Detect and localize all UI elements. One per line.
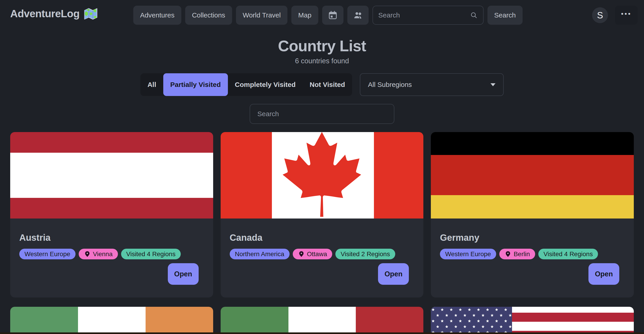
visit-filter-group: All Partially Visited Completely Visited… <box>140 73 352 96</box>
nav-adventures-button[interactable]: Adventures <box>133 6 182 25</box>
card-footer: Open <box>19 263 204 285</box>
country-card-ireland[interactable] <box>10 307 213 334</box>
badge-row: Northern America Ottawa Visited 2 Region… <box>230 249 414 259</box>
subregion-selected-value: All Subregions <box>368 81 412 89</box>
map-pin-icon <box>504 251 511 257</box>
country-name: Austria <box>19 233 204 243</box>
calendar-button[interactable] <box>322 6 343 25</box>
badge-row: Western Europe Berlin Visited 4 Regions <box>440 249 625 259</box>
folded-map-icon <box>83 7 98 21</box>
user-avatar[interactable]: S <box>592 7 608 23</box>
region-badge: Western Europe <box>19 249 76 259</box>
maple-leaf-icon <box>281 132 362 220</box>
badge-row: Western Europe Vienna Visited 4 Regions <box>19 249 204 259</box>
nav-search-field <box>372 6 484 25</box>
users-icon <box>353 10 363 20</box>
capital-name: Berlin <box>514 250 530 258</box>
country-grid: Austria Western Europe Vienna Visited 4 … <box>10 132 634 334</box>
overflow-menu-button[interactable]: ••• <box>615 6 638 25</box>
canada-flag <box>221 132 424 218</box>
italy-flag <box>221 307 424 334</box>
open-country-button[interactable]: Open <box>588 263 619 285</box>
capital-badge: Vienna <box>79 249 118 259</box>
nav-world-travel-button[interactable]: World Travel <box>236 6 288 25</box>
chevron-down-icon <box>490 83 496 86</box>
card-footer: Open <box>440 263 625 285</box>
nav-collections-button[interactable]: Collections <box>185 6 232 25</box>
list-search-row <box>0 104 644 124</box>
users-button[interactable] <box>347 6 368 25</box>
country-search-input[interactable] <box>250 104 394 124</box>
open-country-button[interactable]: Open <box>378 263 409 285</box>
calendar-icon <box>328 10 338 20</box>
top-nav: AdventureLog Adventures Collections Worl… <box>0 0 644 33</box>
search-submit-button[interactable]: Search <box>487 6 522 25</box>
page-title: Country List <box>0 37 644 55</box>
ireland-flag <box>10 307 213 334</box>
country-name: Canada <box>230 233 414 243</box>
map-pin-icon <box>84 251 91 257</box>
region-badge: Western Europe <box>440 249 496 259</box>
visited-regions-badge: Visited 2 Regions <box>336 249 395 259</box>
country-card-united-states[interactable] <box>431 307 634 334</box>
filter-controls: All Partially Visited Completely Visited… <box>0 73 644 96</box>
countries-found-count: 6 countries found <box>0 57 644 65</box>
overflow-dots-icon: ••• <box>621 10 632 18</box>
card-body: Austria Western Europe Vienna Visited 4 … <box>10 218 213 297</box>
capital-name: Ottawa <box>307 250 327 258</box>
country-card-germany[interactable]: Germany Western Europe Berlin Visited 4 … <box>431 132 634 297</box>
visited-regions-badge: Visited 4 Regions <box>538 249 598 259</box>
filter-all-button[interactable]: All <box>140 73 163 96</box>
country-list-page: Country List 6 countries found All Parti… <box>0 37 644 334</box>
filter-completely-visited-button[interactable]: Completely Visited <box>228 73 303 96</box>
card-footer: Open <box>230 263 414 285</box>
nav-map-button[interactable]: Map <box>292 6 318 25</box>
country-card-canada[interactable]: Canada Northern America Ottawa Visited 2… <box>221 132 424 297</box>
nav-search-input[interactable] <box>378 11 470 19</box>
usa-star-canton <box>431 307 512 334</box>
search-icon <box>470 11 478 19</box>
country-card-italy[interactable] <box>221 307 424 334</box>
subregion-select[interactable]: All Subregions <box>360 73 504 96</box>
country-name: Germany <box>440 233 625 243</box>
visited-regions-badge: Visited 4 Regions <box>121 249 181 259</box>
app-logo-text: AdventureLog <box>10 8 80 20</box>
filter-not-visited-button[interactable]: Not Visited <box>302 73 352 96</box>
capital-badge: Ottawa <box>293 249 332 259</box>
main-nav: Adventures Collections World Travel Map <box>133 6 523 25</box>
united-states-flag <box>431 307 634 334</box>
country-card-austria[interactable]: Austria Western Europe Vienna Visited 4 … <box>10 132 213 297</box>
filter-partially-visited-button[interactable]: Partially Visited <box>163 73 228 96</box>
header-right-group: S ••• <box>592 6 638 25</box>
open-country-button[interactable]: Open <box>168 263 199 285</box>
region-badge: Northern America <box>230 249 290 259</box>
germany-flag <box>431 132 634 218</box>
map-pin-icon <box>298 251 305 257</box>
app-logo[interactable]: AdventureLog <box>10 7 98 21</box>
card-body: Germany Western Europe Berlin Visited 4 … <box>431 218 634 297</box>
card-body: Canada Northern America Ottawa Visited 2… <box>221 218 424 297</box>
austria-flag <box>10 132 213 218</box>
capital-badge: Berlin <box>499 249 535 259</box>
capital-name: Vienna <box>93 250 113 258</box>
bottom-edge-strip <box>0 332 644 334</box>
